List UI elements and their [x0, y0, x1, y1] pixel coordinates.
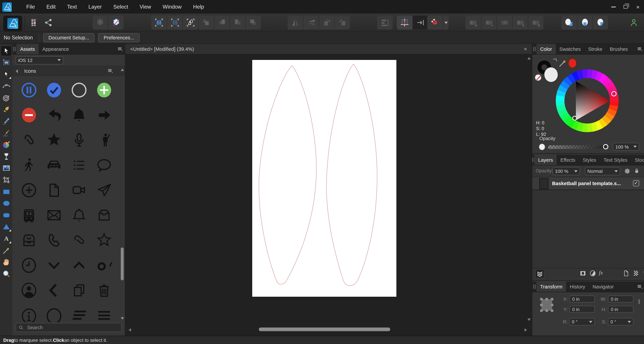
asset-clock-icon[interactable] — [16, 253, 42, 278]
asset-person-walking-icon[interactable] — [16, 153, 42, 178]
asset-pause-circle-icon[interactable] — [16, 78, 42, 103]
tab-color[interactable]: Color — [536, 44, 556, 54]
document-setup-button[interactable]: Document Setup... — [43, 33, 95, 42]
lock-icon[interactable] — [634, 167, 640, 175]
asset-justify-lines-icon[interactable] — [66, 303, 92, 322]
panel-menu-button[interactable] — [636, 282, 644, 292]
scroll-right-icon[interactable] — [524, 328, 527, 332]
asset-paper-plane-icon[interactable] — [92, 178, 117, 203]
selection-shapes-button[interactable] — [182, 16, 198, 30]
canvas-horizontal-scrollbar[interactable] — [125, 328, 532, 333]
saturation-lightness-marker[interactable] — [572, 116, 577, 121]
asset-chevron-down-icon[interactable] — [42, 253, 66, 278]
preferences-button[interactable]: Preferences... — [98, 33, 140, 42]
rectangle-tool[interactable] — [1, 187, 12, 197]
asset-tram-front-icon[interactable] — [16, 203, 42, 228]
layer-name[interactable]: Basketball panel template.s... — [552, 181, 626, 186]
asset-chevron-left-icon[interactable] — [42, 278, 66, 303]
blend-mode-select[interactable]: Normal — [585, 167, 620, 175]
point-transform-tool[interactable] — [1, 81, 12, 91]
menu-window[interactable]: Window — [157, 0, 187, 13]
tab-text-styles[interactable]: Text Styles — [600, 155, 631, 165]
clear-style-button[interactable] — [108, 16, 124, 30]
move-to-back-button[interactable] — [245, 16, 261, 30]
link-dimensions-icon[interactable] — [636, 299, 642, 311]
move-tool[interactable] — [1, 46, 12, 56]
canvas-scroll-up-icon[interactable] — [528, 57, 531, 59]
tab-assets[interactable]: Assets — [16, 44, 39, 54]
asset-inbox-tray-icon[interactable] — [92, 203, 117, 228]
tab-transform[interactable]: Transform — [536, 282, 566, 292]
layer-row[interactable]: Basketball panel template.s... ✓ — [532, 177, 644, 190]
asset-search[interactable] — [16, 323, 122, 332]
selection-dots-button[interactable] — [167, 16, 182, 30]
apply-style-button[interactable] — [92, 16, 108, 30]
tab-appearance[interactable]: Appearance — [38, 44, 72, 54]
asset-add-circle-icon[interactable] — [92, 78, 117, 103]
tab-brushes[interactable]: Brushes — [606, 44, 632, 54]
color-wheel[interactable] — [556, 69, 619, 133]
tab-history[interactable]: History — [566, 282, 589, 292]
rotation-select[interactable]: 0 ° — [569, 318, 595, 326]
tab-effects[interactable]: Effects — [557, 155, 579, 165]
asset-phone-handset-icon[interactable] — [42, 228, 66, 253]
document-page[interactable] — [252, 60, 396, 297]
menu-view[interactable]: View — [134, 0, 157, 13]
boolean-combine-button[interactable] — [528, 16, 544, 30]
panel-grip[interactable] — [532, 155, 534, 165]
asset-plus-circle-outline-icon[interactable] — [16, 178, 42, 203]
x-field[interactable] — [569, 296, 595, 303]
zoom-tool[interactable] — [1, 269, 12, 279]
assets-scrollbar[interactable] — [120, 67, 124, 321]
asset-remove-circle-icon[interactable] — [16, 103, 42, 128]
insert-behind-button[interactable] — [561, 16, 577, 30]
export-persona-button[interactable] — [42, 16, 56, 30]
asset-bell-filled-icon[interactable] — [66, 103, 92, 128]
asset-star-filled-icon[interactable] — [42, 128, 66, 153]
asset-trash-can-icon[interactable] — [92, 278, 117, 303]
new-layer-icon[interactable] — [622, 270, 630, 278]
opacity-slider[interactable] — [548, 145, 606, 149]
opacity-value-box[interactable]: 100 % — [613, 143, 639, 151]
boolean-add-button[interactable] — [466, 16, 481, 30]
asset-archive-drawers-icon[interactable] — [16, 228, 42, 253]
scroll-down-icon[interactable] — [121, 317, 124, 320]
opacity-slider-knob[interactable] — [603, 144, 608, 149]
rounded-rectangle-tool[interactable] — [1, 210, 12, 220]
search-input[interactable] — [26, 324, 119, 331]
asset-bell-outline-icon[interactable] — [66, 203, 92, 228]
move-forward-button[interactable] — [214, 16, 230, 30]
pencil-tool[interactable] — [1, 116, 12, 126]
maximize-button[interactable] — [620, 2, 632, 12]
close-button[interactable]: × — [632, 2, 644, 12]
boolean-intersect-button[interactable] — [496, 16, 512, 30]
disclosure-triangle-icon[interactable] — [16, 69, 20, 73]
transparency-tool[interactable] — [1, 152, 12, 162]
vector-brush-tool[interactable] — [1, 128, 12, 138]
asset-duplicate-pages-icon[interactable] — [66, 278, 92, 303]
asset-microphone-icon[interactable] — [66, 128, 92, 153]
place-image-tool[interactable] — [1, 163, 12, 173]
insert-on-top-button[interactable] — [592, 16, 608, 30]
delete-layer-icon[interactable] — [642, 270, 644, 278]
asset-envelope-icon[interactable] — [42, 203, 66, 228]
asset-video-camera-icon[interactable] — [66, 178, 92, 203]
menu-layer[interactable]: Layer — [83, 0, 108, 13]
anchor-point-selector[interactable] — [540, 297, 554, 313]
tab-stroke[interactable]: Stroke — [584, 44, 606, 54]
vector-crop-tool[interactable] — [1, 175, 12, 185]
menu-edit[interactable]: Edit — [40, 0, 61, 13]
fx-icon[interactable]: fx — [599, 270, 603, 278]
y-field[interactable] — [569, 306, 595, 313]
section-menu-button[interactable] — [106, 67, 115, 74]
pixel-persona-button[interactable] — [28, 16, 42, 30]
gear-icon[interactable] — [624, 167, 631, 175]
layer-opacity-select[interactable]: 100 % — [552, 167, 580, 175]
w-field[interactable] — [608, 296, 634, 303]
snapping-options-dropdown[interactable] — [443, 16, 448, 30]
swap-fill-stroke-icon[interactable] — [551, 57, 558, 64]
corner-tool[interactable] — [1, 93, 12, 103]
alignment-button[interactable] — [377, 16, 393, 30]
fill-tool[interactable] — [1, 140, 12, 150]
pen-tool[interactable] — [1, 105, 12, 115]
